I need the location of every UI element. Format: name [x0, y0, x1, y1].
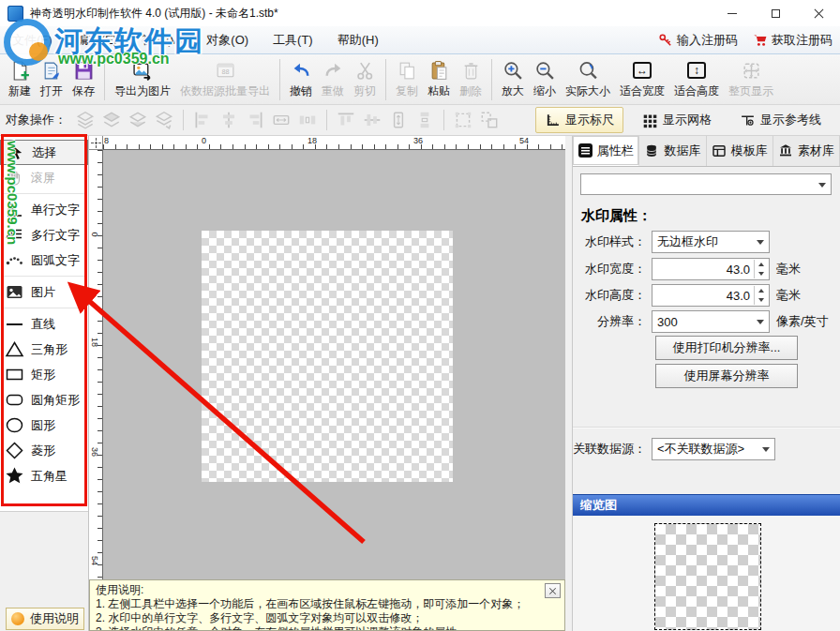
cut-icon	[354, 59, 376, 82]
spinner-arrows[interactable]	[754, 286, 768, 305]
spin-down-icon	[758, 272, 764, 276]
zoom-out-icon	[534, 59, 556, 82]
resolution-row: 分辨率： 300 像素/英寸	[573, 310, 840, 333]
show-ruler-toggle[interactable]: 显示标尺	[535, 107, 623, 133]
datasource-dropdown[interactable]: <不关联数据源>	[652, 438, 775, 460]
copy-button[interactable]: 复制	[391, 57, 423, 101]
tab-templates[interactable]: 模板库	[707, 136, 773, 166]
v-distribute-icon[interactable]	[414, 110, 435, 130]
maximize-button[interactable]	[754, 0, 797, 26]
menu-view[interactable]: 视图(V)	[129, 26, 194, 53]
zoom-in-button[interactable]: 放大	[497, 57, 529, 101]
tool-rounded-rectangle[interactable]: 圆角矩形	[0, 387, 88, 413]
tool-rectangle[interactable]: 矩形	[0, 362, 88, 387]
align-middle-icon[interactable]	[362, 110, 382, 130]
toolbar-separator	[385, 59, 386, 100]
fit-width-button[interactable]: ↔ 适合宽度	[615, 57, 669, 101]
paste-button[interactable]: 粘贴	[423, 57, 455, 101]
whole-page-button[interactable]: 整页显示	[724, 57, 778, 101]
star-icon	[5, 466, 24, 486]
bring-to-front-icon[interactable]	[75, 110, 96, 130]
toolbar-separator	[104, 59, 105, 100]
same-height-icon[interactable]	[388, 110, 409, 130]
object-toolbar: 对象操作： 显示标尺 显示网格 显示参考线	[0, 105, 840, 136]
info-line: 1. 左侧工具栏中选择一个功能后，在画布区域按住鼠标左键拖动，即可添加一个对象；	[96, 597, 542, 611]
use-printer-resolution-button[interactable]: 使用打印机分辨率...	[655, 336, 798, 360]
h-distribute-icon[interactable]	[297, 110, 318, 130]
usage-info-bar: 使用说明: 1. 左侧工具栏中选择一个功能后，在画布区域按住鼠标左键拖动，即可添…	[89, 579, 565, 631]
batch-export-button[interactable]: 88 依数据源批量导出	[175, 57, 275, 101]
paste-icon	[428, 59, 450, 82]
watermark-height-input[interactable]: 43.0	[652, 284, 770, 307]
tool-select[interactable]: 选择	[0, 140, 88, 165]
batch-export-icon: 88	[215, 59, 236, 82]
watermark-style-dropdown[interactable]: 无边框水印	[652, 231, 770, 253]
open-icon	[41, 59, 63, 82]
menu-help[interactable]: 帮助(H)	[325, 26, 391, 53]
tool-separator	[3, 308, 85, 308]
redo-icon	[322, 59, 344, 82]
image-icon	[5, 282, 24, 302]
redo-button[interactable]: 重做	[317, 57, 349, 101]
object-selector-dropdown[interactable]	[580, 173, 832, 195]
send-to-back-icon[interactable]	[154, 110, 174, 130]
show-guides-toggle[interactable]: 显示参考线	[730, 107, 831, 133]
minimize-button[interactable]	[711, 0, 754, 26]
menu-object[interactable]: 对象(O)	[194, 26, 261, 53]
align-left-icon[interactable]	[192, 110, 213, 130]
open-button[interactable]: 打开	[36, 57, 68, 101]
tool-diamond[interactable]: 菱形	[0, 438, 88, 463]
get-registration-code-link[interactable]: 获取注册码	[753, 32, 832, 49]
tool-single-line-text[interactable]: A 单行文字	[0, 197, 88, 222]
cut-button[interactable]: 剪切	[349, 57, 381, 101]
tool-star[interactable]: 五角星	[0, 463, 88, 488]
tool-circle[interactable]: 圆形	[0, 413, 88, 438]
send-backward-icon[interactable]	[128, 110, 148, 130]
chevron-down-icon	[818, 183, 826, 188]
actual-size-button[interactable]: 实际大小	[561, 57, 615, 101]
zoom-out-button[interactable]: 缩小	[529, 57, 561, 101]
ungroup-icon[interactable]	[479, 110, 500, 130]
align-top-icon[interactable]	[336, 110, 356, 130]
usage-help-button[interactable]: 使用说明	[6, 608, 84, 630]
tool-triangle[interactable]: 三角形	[0, 337, 88, 362]
save-button[interactable]: 保存	[68, 57, 99, 101]
new-button[interactable]: 新建	[4, 57, 36, 101]
use-screen-resolution-button[interactable]: 使用屏幕分辨率	[655, 364, 798, 388]
show-grid-toggle[interactable]: 显示网格	[633, 107, 721, 133]
menu-edit[interactable]: 编辑(E)	[65, 26, 129, 53]
canvas-area[interactable]	[103, 150, 565, 579]
spinner-arrows[interactable]	[754, 260, 768, 278]
fit-height-button[interactable]: ↕ 适合高度	[669, 57, 724, 101]
tab-properties[interactable]: 属性栏	[573, 136, 639, 166]
info-close-button[interactable]	[545, 583, 561, 598]
bring-forward-icon[interactable]	[101, 110, 122, 130]
delete-button[interactable]: 删除	[455, 57, 487, 101]
align-right-icon[interactable]	[245, 110, 265, 130]
export-image-button[interactable]: 导出为图片	[110, 57, 175, 101]
tool-image[interactable]: 图片	[0, 279, 88, 305]
same-width-icon[interactable]	[271, 110, 292, 130]
tool-pan[interactable]: 滚屏	[0, 165, 88, 190]
watermark-width-input[interactable]: 43.0	[652, 258, 770, 280]
tool-line[interactable]: 直线	[0, 311, 88, 337]
export-image-icon	[132, 59, 154, 82]
svg-text:A: A	[7, 201, 16, 215]
watermark-canvas[interactable]	[202, 231, 453, 482]
tool-arc-text[interactable]: 圆弧文字	[0, 248, 88, 273]
group-icon[interactable]	[453, 110, 473, 130]
tab-materials[interactable]: 素材库	[773, 136, 840, 166]
align-center-h-icon[interactable]	[218, 110, 239, 130]
undo-button[interactable]: 撤销	[285, 57, 317, 101]
tool-multi-line-text[interactable]: A 多行文字	[0, 222, 88, 248]
enter-registration-code-link[interactable]: 输入注册码	[658, 32, 738, 49]
menu-tools[interactable]: 工具(T)	[261, 26, 325, 53]
rounded-rectangle-icon	[5, 390, 24, 410]
multi-line-text-icon: A	[5, 225, 24, 245]
tab-database[interactable]: 数据库	[639, 136, 706, 166]
resolution-dropdown[interactable]: 300	[652, 310, 770, 333]
right-panel: 属性栏 数据库 模板库 素材库 水印属性： 水印样式： 无边框水印 水印宽度： …	[572, 136, 840, 631]
menu-file[interactable]: 文件(F)	[0, 26, 65, 53]
close-button[interactable]	[797, 0, 840, 26]
diamond-icon	[5, 441, 24, 460]
